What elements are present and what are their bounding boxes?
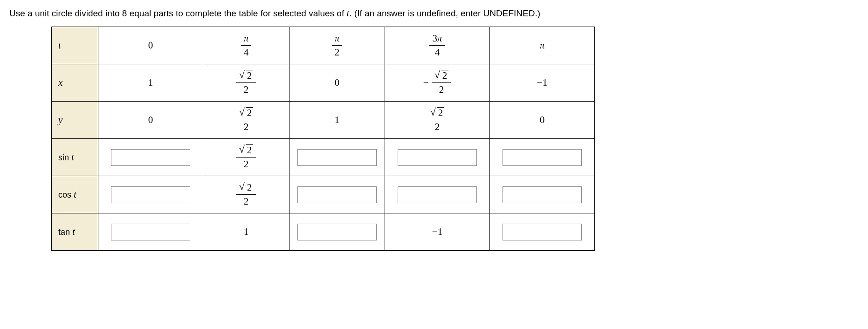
cos-input-pi2[interactable] (297, 186, 377, 203)
instruction-text: Use a unit circle divided into 8 equal p… (9, 7, 859, 19)
cell-y-pi2: 1 (289, 102, 385, 139)
cell-y-pi: 0 (490, 102, 595, 139)
cell-sin-pi (490, 139, 595, 176)
trig-table: t 0 π 4 π 2 3π 4 π x 1 2 2 (51, 27, 595, 251)
cos-input-0[interactable] (111, 186, 190, 203)
cell-x-pi: −1 (490, 64, 595, 102)
cell-x-pi2: 0 (289, 64, 385, 102)
cell-x-3pi4: − 2 2 (385, 64, 490, 102)
table-row-tan: tan t 1 −1 (52, 213, 595, 251)
tan-input-pi[interactable] (503, 224, 582, 240)
rowhead-x: x (52, 64, 98, 102)
cell-tan-pi (490, 213, 595, 251)
cell-y-pi4: 2 2 (203, 102, 289, 139)
table-row-x: x 1 2 2 0 − 2 2 −1 (52, 64, 595, 102)
cell-sin-0 (98, 139, 203, 176)
cell-tan-3pi4: −1 (385, 213, 490, 251)
sin-input-0[interactable] (111, 149, 190, 166)
cell-cos-pi4: 2 2 (203, 176, 289, 213)
cell-y-3pi4: 2 2 (385, 102, 490, 139)
cell-t-pi: π (490, 27, 595, 64)
cell-cos-pi2 (289, 176, 385, 213)
cell-t-pi2: π 2 (289, 27, 385, 64)
rowhead-tan: tan t (52, 213, 98, 251)
instruction-suffix: . (If an answer is undefined, enter UNDE… (349, 8, 540, 18)
cell-sin-pi2 (289, 139, 385, 176)
sin-input-pi2[interactable] (297, 149, 377, 166)
tan-input-pi2[interactable] (297, 224, 377, 240)
cell-cos-3pi4 (385, 176, 490, 213)
rowhead-cos: cos t (52, 176, 98, 213)
minus-sign: − (423, 77, 429, 89)
cell-t-3pi4: 3π 4 (385, 27, 490, 64)
rowhead-y: y (52, 102, 98, 139)
table-row-t: t 0 π 4 π 2 3π 4 π (52, 27, 595, 64)
cell-t-pi4: π 4 (203, 27, 289, 64)
cell-x-0: 1 (98, 64, 203, 102)
table-row-cos: cos t 2 2 (52, 176, 595, 213)
rowhead-sin: sin t (52, 139, 98, 176)
cell-sin-3pi4 (385, 139, 490, 176)
instruction-prefix: Use a unit circle divided into 8 equal p… (9, 8, 346, 18)
cell-cos-0 (98, 176, 203, 213)
cell-y-0: 0 (98, 102, 203, 139)
rowhead-t: t (52, 27, 98, 64)
cos-input-3pi4[interactable] (398, 186, 477, 203)
cos-input-pi[interactable] (503, 186, 582, 203)
sin-input-3pi4[interactable] (398, 149, 477, 166)
table-row-sin: sin t 2 2 (52, 139, 595, 176)
table-row-y: y 0 2 2 1 2 2 0 (52, 102, 595, 139)
cell-tan-pi2 (289, 213, 385, 251)
cell-x-pi4: 2 2 (203, 64, 289, 102)
cell-t-0: 0 (98, 27, 203, 64)
sin-input-pi[interactable] (503, 149, 582, 166)
tan-input-0[interactable] (111, 224, 190, 240)
cell-tan-pi4: 1 (203, 213, 289, 251)
cell-cos-pi (490, 176, 595, 213)
cell-sin-pi4: 2 2 (203, 139, 289, 176)
cell-tan-0 (98, 213, 203, 251)
